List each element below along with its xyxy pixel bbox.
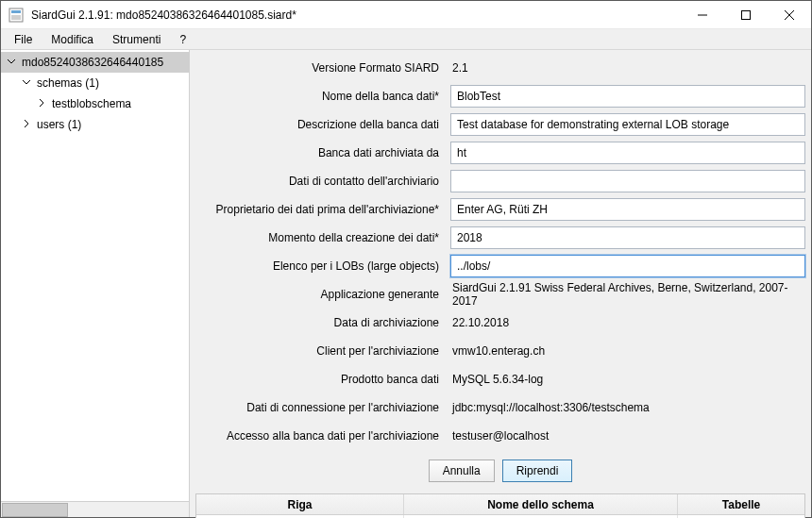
label-archivedby: Banca dati archiviata da	[195, 146, 450, 159]
apply-button[interactable]: Riprendi	[502, 460, 573, 482]
tree-view[interactable]: mdo8524038632646440185 schemas (1) testb…	[1, 50, 189, 501]
input-created[interactable]	[450, 226, 805, 249]
svg-rect-1	[11, 10, 21, 13]
label-owner: Proprietario dei dati prima dell'archivi…	[195, 203, 450, 216]
label-lobs: Elenco per i LOBs (large objects)	[195, 259, 450, 273]
menu-tools[interactable]: Strumenti	[105, 31, 168, 48]
value-version: 2.1	[450, 61, 805, 75]
scrollbar-thumb[interactable]	[2, 503, 68, 517]
tree-users[interactable]: users (1)	[1, 114, 189, 135]
label-access: Accesso alla banca dati per l'archiviazi…	[195, 429, 450, 443]
label-genapp: Applicazione generante	[195, 288, 450, 301]
value-product: MySQL 5.6.34-log	[450, 373, 805, 386]
value-conn: jdbc:mysql://localhost:3306/testschema	[450, 401, 805, 414]
minimize-button[interactable]	[681, 1, 724, 29]
value-client: vmw10.enterag.ch	[450, 344, 805, 358]
sidebar: mdo8524038632646440185 schemas (1) testb…	[1, 50, 190, 517]
window-title: SiardGui 2.1.91: mdo85240386326464401085…	[31, 1, 681, 29]
label-version: Versione Formato SIARD	[195, 61, 450, 75]
expand-icon[interactable]	[7, 57, 18, 68]
button-row: Annulla Riprendi	[195, 450, 805, 493]
label-product: Prodotto banca dati	[195, 373, 450, 386]
svg-rect-2	[11, 15, 21, 20]
input-archivercontact[interactable]	[450, 170, 805, 192]
tree-label: schemas (1)	[37, 76, 99, 90]
tree-label: testblobschema	[52, 97, 131, 110]
titlebar[interactable]: SiardGui 2.1.91: mdo85240386326464401085…	[1, 1, 811, 29]
value-genapp: SiardGui 2.1.91 Swiss Federal Archives, …	[450, 281, 805, 308]
form: Versione Formato SIARD 2.1 Nome della ba…	[195, 54, 805, 450]
close-button[interactable]	[768, 1, 811, 29]
label-dbname: Nome della banca dati*	[195, 90, 450, 103]
input-archivedby[interactable]	[450, 142, 805, 164]
th-row[interactable]: Riga	[196, 494, 404, 514]
app-icon	[8, 8, 24, 23]
input-owner[interactable]	[450, 198, 805, 221]
svg-rect-3	[742, 10, 751, 19]
value-access: testuser@localhost	[450, 429, 805, 443]
label-created: Momento della creazione dei dati*	[195, 231, 450, 244]
table-header: Riga Nome dello schema Tabelle	[196, 494, 804, 515]
label-archivercontact: Dati di contatto dell'archiviario	[195, 175, 450, 188]
input-lobs[interactable]	[450, 255, 805, 277]
menubar: File Modifica Strumenti ?	[1, 29, 811, 50]
th-schema[interactable]: Nome dello schema	[404, 494, 678, 514]
label-conn: Dati di connessione per l'archiviazione	[195, 401, 450, 414]
expand-icon[interactable]	[22, 77, 33, 89]
collapse-icon[interactable]	[22, 119, 33, 130]
schema-table: Riga Nome dello schema Tabelle 0 testblo…	[195, 493, 805, 518]
collapse-icon[interactable]	[37, 98, 48, 109]
input-dbdesc[interactable]	[450, 113, 805, 136]
label-client: Client per l'archiviazione	[195, 344, 450, 358]
tree-schema-item[interactable]: testblobschema	[1, 93, 189, 114]
cancel-button[interactable]: Annulla	[429, 460, 495, 482]
input-dbname[interactable]	[450, 85, 805, 108]
main-panel: Versione Formato SIARD 2.1 Nome della ba…	[190, 50, 811, 517]
tree-label: mdo8524038632646440185	[22, 56, 163, 69]
menu-edit[interactable]: Modifica	[43, 31, 101, 48]
client-area: mdo8524038632646440185 schemas (1) testb…	[1, 50, 811, 517]
label-archdate: Data di archiviazione	[195, 316, 450, 329]
menu-help[interactable]: ?	[172, 31, 194, 48]
th-tables[interactable]: Tabelle	[678, 494, 804, 514]
value-archdate: 22.10.2018	[450, 316, 805, 329]
window-controls	[681, 1, 811, 29]
maximize-button[interactable]	[724, 1, 768, 29]
label-dbdesc: Descrizione della banca dati	[195, 118, 450, 131]
tree-root[interactable]: mdo8524038632646440185	[1, 52, 189, 73]
app-window: SiardGui 2.1.91: mdo85240386326464401085…	[0, 0, 812, 518]
tree-label: users (1)	[37, 118, 81, 131]
sidebar-scrollbar[interactable]	[1, 501, 189, 517]
tree-schemas[interactable]: schemas (1)	[1, 73, 189, 93]
menu-file[interactable]: File	[7, 31, 40, 48]
